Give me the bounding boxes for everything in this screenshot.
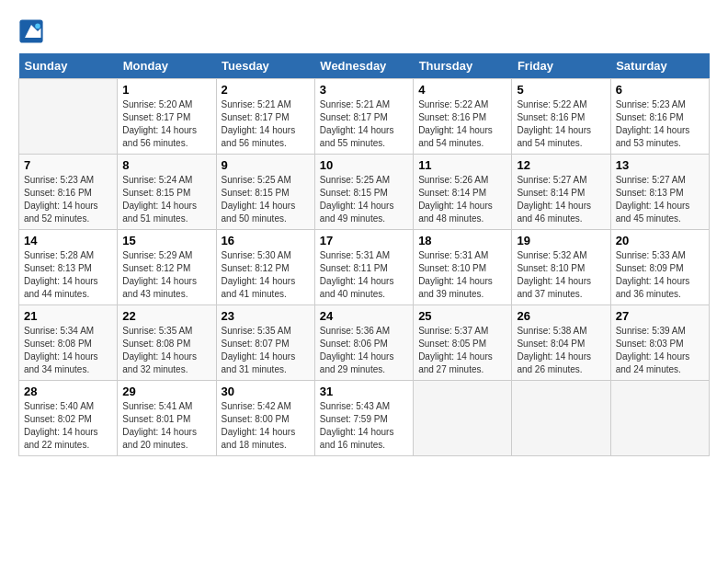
day-number: 2 xyxy=(222,83,310,97)
day-info: Sunrise: 5:24 AM Sunset: 8:15 PM Dayligh… xyxy=(122,174,210,225)
day-cell: 19Sunrise: 5:32 AM Sunset: 8:10 PM Dayli… xyxy=(512,230,610,305)
header-cell-sunday: Sunday xyxy=(19,53,118,79)
day-number: 4 xyxy=(418,83,506,97)
day-info: Sunrise: 5:35 AM Sunset: 8:08 PM Dayligh… xyxy=(122,325,210,376)
day-number: 16 xyxy=(222,234,310,247)
day-number: 6 xyxy=(616,83,704,97)
day-cell: 11Sunrise: 5:26 AM Sunset: 8:14 PM Dayli… xyxy=(414,155,512,230)
day-number: 31 xyxy=(320,385,408,398)
day-info: Sunrise: 5:28 AM Sunset: 8:13 PM Dayligh… xyxy=(24,249,112,301)
day-info: Sunrise: 5:25 AM Sunset: 8:15 PM Dayligh… xyxy=(320,174,408,225)
day-number: 8 xyxy=(122,158,210,172)
day-number: 30 xyxy=(222,385,310,398)
page-header xyxy=(18,18,710,44)
day-info: Sunrise: 5:20 AM Sunset: 8:17 PM Dayligh… xyxy=(122,98,210,150)
day-cell: 10Sunrise: 5:25 AM Sunset: 8:15 PM Dayli… xyxy=(314,155,413,230)
day-info: Sunrise: 5:40 AM Sunset: 8:02 PM Dayligh… xyxy=(24,400,112,452)
day-info: Sunrise: 5:39 AM Sunset: 8:03 PM Dayligh… xyxy=(616,325,704,376)
day-info: Sunrise: 5:25 AM Sunset: 8:15 PM Dayligh… xyxy=(222,174,310,225)
day-info: Sunrise: 5:35 AM Sunset: 8:07 PM Dayligh… xyxy=(222,325,310,376)
day-number: 26 xyxy=(517,309,605,323)
day-number: 10 xyxy=(320,158,408,172)
header-cell-wednesday: Wednesday xyxy=(314,53,413,79)
header-cell-saturday: Saturday xyxy=(610,53,709,79)
day-cell: 29Sunrise: 5:41 AM Sunset: 8:01 PM Dayli… xyxy=(118,381,216,456)
day-cell: 4Sunrise: 5:22 AM Sunset: 8:16 PM Daylig… xyxy=(414,79,512,155)
day-cell: 31Sunrise: 5:43 AM Sunset: 7:59 PM Dayli… xyxy=(314,381,413,456)
day-number: 1 xyxy=(122,83,210,97)
day-number: 13 xyxy=(616,158,704,172)
day-number: 25 xyxy=(418,309,506,323)
day-cell: 5Sunrise: 5:22 AM Sunset: 8:16 PM Daylig… xyxy=(512,79,610,155)
day-number: 9 xyxy=(222,158,310,172)
day-number: 29 xyxy=(122,385,210,398)
day-info: Sunrise: 5:41 AM Sunset: 8:01 PM Dayligh… xyxy=(122,400,210,452)
day-info: Sunrise: 5:43 AM Sunset: 7:59 PM Dayligh… xyxy=(320,400,408,452)
day-cell: 9Sunrise: 5:25 AM Sunset: 8:15 PM Daylig… xyxy=(216,155,314,230)
day-number: 11 xyxy=(418,158,506,172)
day-cell: 8Sunrise: 5:24 AM Sunset: 8:15 PM Daylig… xyxy=(118,155,216,230)
day-cell: 17Sunrise: 5:31 AM Sunset: 8:11 PM Dayli… xyxy=(314,230,413,305)
header-cell-friday: Friday xyxy=(512,53,610,79)
day-cell xyxy=(414,381,512,456)
day-info: Sunrise: 5:27 AM Sunset: 8:13 PM Dayligh… xyxy=(616,174,704,225)
day-cell: 22Sunrise: 5:35 AM Sunset: 8:08 PM Dayli… xyxy=(118,305,216,381)
day-cell: 21Sunrise: 5:34 AM Sunset: 8:08 PM Dayli… xyxy=(19,305,118,381)
day-number: 12 xyxy=(517,158,605,172)
day-number: 14 xyxy=(24,234,112,247)
day-info: Sunrise: 5:42 AM Sunset: 8:00 PM Dayligh… xyxy=(222,400,310,452)
header-cell-thursday: Thursday xyxy=(414,53,512,79)
header-cell-tuesday: Tuesday xyxy=(216,53,314,79)
day-number: 21 xyxy=(24,309,112,323)
day-cell: 13Sunrise: 5:27 AM Sunset: 8:13 PM Dayli… xyxy=(610,155,709,230)
day-cell: 23Sunrise: 5:35 AM Sunset: 8:07 PM Dayli… xyxy=(216,305,314,381)
day-cell: 15Sunrise: 5:29 AM Sunset: 8:12 PM Dayli… xyxy=(118,230,216,305)
day-info: Sunrise: 5:29 AM Sunset: 8:12 PM Dayligh… xyxy=(122,249,210,301)
day-cell: 28Sunrise: 5:40 AM Sunset: 8:02 PM Dayli… xyxy=(19,381,118,456)
day-info: Sunrise: 5:33 AM Sunset: 8:09 PM Dayligh… xyxy=(616,249,704,301)
day-cell: 14Sunrise: 5:28 AM Sunset: 8:13 PM Dayli… xyxy=(19,230,118,305)
day-cell: 20Sunrise: 5:33 AM Sunset: 8:09 PM Dayli… xyxy=(610,230,709,305)
week-row-1: 1Sunrise: 5:20 AM Sunset: 8:17 PM Daylig… xyxy=(19,79,710,155)
day-number: 20 xyxy=(616,234,704,247)
day-cell: 6Sunrise: 5:23 AM Sunset: 8:16 PM Daylig… xyxy=(610,79,709,155)
header-cell-monday: Monday xyxy=(118,53,216,79)
day-cell: 25Sunrise: 5:37 AM Sunset: 8:05 PM Dayli… xyxy=(414,305,512,381)
day-info: Sunrise: 5:22 AM Sunset: 8:16 PM Dayligh… xyxy=(418,98,506,150)
day-cell xyxy=(19,79,118,155)
day-cell: 12Sunrise: 5:27 AM Sunset: 8:14 PM Dayli… xyxy=(512,155,610,230)
day-info: Sunrise: 5:30 AM Sunset: 8:12 PM Dayligh… xyxy=(222,249,310,301)
week-row-4: 21Sunrise: 5:34 AM Sunset: 8:08 PM Dayli… xyxy=(19,305,710,381)
day-info: Sunrise: 5:31 AM Sunset: 8:11 PM Dayligh… xyxy=(320,249,408,301)
day-cell: 2Sunrise: 5:21 AM Sunset: 8:17 PM Daylig… xyxy=(216,79,314,155)
header-row: SundayMondayTuesdayWednesdayThursdayFrid… xyxy=(19,53,710,79)
day-number: 24 xyxy=(320,309,408,323)
svg-point-2 xyxy=(35,24,40,29)
day-number: 15 xyxy=(122,234,210,247)
day-number: 5 xyxy=(517,83,605,97)
week-row-3: 14Sunrise: 5:28 AM Sunset: 8:13 PM Dayli… xyxy=(19,230,710,305)
calendar-header: SundayMondayTuesdayWednesdayThursdayFrid… xyxy=(19,53,710,79)
day-cell xyxy=(512,381,610,456)
day-number: 23 xyxy=(222,309,310,323)
day-number: 3 xyxy=(320,83,408,97)
day-info: Sunrise: 5:27 AM Sunset: 8:14 PM Dayligh… xyxy=(517,174,605,225)
day-cell: 27Sunrise: 5:39 AM Sunset: 8:03 PM Dayli… xyxy=(610,305,709,381)
day-info: Sunrise: 5:23 AM Sunset: 8:16 PM Dayligh… xyxy=(616,98,704,150)
day-info: Sunrise: 5:21 AM Sunset: 8:17 PM Dayligh… xyxy=(222,98,310,150)
day-number: 19 xyxy=(517,234,605,247)
day-number: 17 xyxy=(320,234,408,247)
day-cell: 30Sunrise: 5:42 AM Sunset: 8:00 PM Dayli… xyxy=(216,381,314,456)
week-row-5: 28Sunrise: 5:40 AM Sunset: 8:02 PM Dayli… xyxy=(19,381,710,456)
calendar-body: 1Sunrise: 5:20 AM Sunset: 8:17 PM Daylig… xyxy=(19,79,710,456)
day-cell: 1Sunrise: 5:20 AM Sunset: 8:17 PM Daylig… xyxy=(118,79,216,155)
day-cell xyxy=(610,381,709,456)
day-info: Sunrise: 5:38 AM Sunset: 8:04 PM Dayligh… xyxy=(517,325,605,376)
calendar-table: SundayMondayTuesdayWednesdayThursdayFrid… xyxy=(18,53,710,456)
day-number: 28 xyxy=(24,385,112,398)
day-info: Sunrise: 5:36 AM Sunset: 8:06 PM Dayligh… xyxy=(320,325,408,376)
day-number: 27 xyxy=(616,309,704,323)
day-cell: 16Sunrise: 5:30 AM Sunset: 8:12 PM Dayli… xyxy=(216,230,314,305)
day-cell: 3Sunrise: 5:21 AM Sunset: 8:17 PM Daylig… xyxy=(314,79,413,155)
day-info: Sunrise: 5:37 AM Sunset: 8:05 PM Dayligh… xyxy=(418,325,506,376)
